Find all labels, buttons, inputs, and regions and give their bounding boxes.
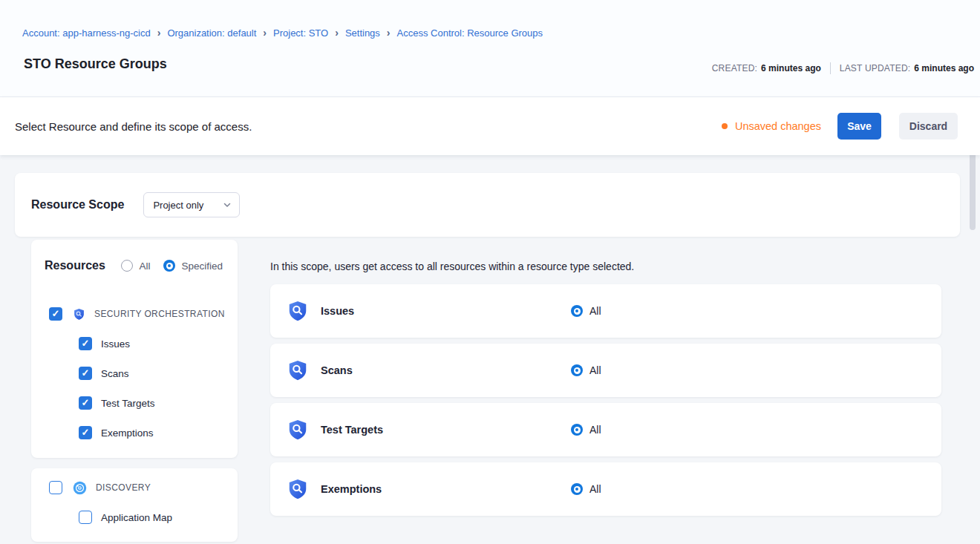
access-radio-all[interactable]: All bbox=[571, 364, 601, 376]
tree-item-exemptions: Exemptions bbox=[79, 425, 154, 440]
sto-shield-magnifier-icon bbox=[287, 419, 309, 441]
checkbox-exemptions[interactable] bbox=[79, 426, 92, 439]
save-button[interactable]: Save bbox=[837, 113, 881, 140]
tree-item-issues: Issues bbox=[79, 336, 130, 351]
breadcrumb-settings[interactable]: Settings bbox=[345, 27, 380, 39]
chevron-down-icon bbox=[223, 200, 232, 209]
chevron-right-icon: › bbox=[263, 27, 267, 38]
resources-panel: Resources All Specified bbox=[31, 240, 238, 458]
breadcrumb-organization[interactable]: Organization: default bbox=[167, 27, 256, 39]
breadcrumb-project[interactable]: Project: STO bbox=[273, 27, 328, 39]
tree-item-label: Application Map bbox=[101, 512, 172, 523]
scope-description: In this scope, users get access to all r… bbox=[270, 260, 634, 272]
toolbar-description: Select Resource and define its scope of … bbox=[15, 120, 252, 133]
resource-row-label: Issues bbox=[321, 305, 354, 317]
sto-shield-magnifier-icon bbox=[287, 300, 309, 322]
resource-scope-dropdown[interactable]: Project only bbox=[143, 192, 240, 217]
last-updated-label: LAST UPDATED: bbox=[840, 63, 911, 73]
checkbox-application-map[interactable] bbox=[79, 511, 92, 524]
tree-item-scans: Scans bbox=[79, 366, 129, 381]
page-title: STO Resource Groups bbox=[24, 56, 167, 72]
radio-unselected-icon bbox=[121, 260, 133, 272]
created-label: CREATED: bbox=[712, 63, 757, 73]
created-value: 6 minutes ago bbox=[761, 63, 821, 73]
resource-scope-selected: Project only bbox=[153, 200, 203, 211]
last-updated-value: 6 minutes ago bbox=[914, 63, 974, 73]
breadcrumb-access-control[interactable]: Access Control: Resource Groups bbox=[397, 27, 543, 39]
radio-selected-icon bbox=[571, 424, 583, 436]
chevron-right-icon: › bbox=[335, 27, 339, 38]
access-radio-all[interactable]: All bbox=[571, 424, 601, 436]
resource-row-issues: Issues All bbox=[270, 284, 941, 338]
chevron-right-icon: › bbox=[157, 27, 161, 38]
toolbar-actions: Unsaved changes Save Discard bbox=[722, 113, 958, 140]
discovery-radar-icon bbox=[73, 481, 87, 495]
resource-row-exemptions: Exemptions All bbox=[270, 462, 941, 516]
unsaved-changes-label: Unsaved changes bbox=[735, 120, 821, 132]
resource-groups-page: Account: app-harness-ng-cicd › Organizat… bbox=[0, 0, 980, 544]
access-label: All bbox=[589, 364, 601, 376]
divider bbox=[830, 62, 831, 74]
resource-scope-card: Resource Scope Project only bbox=[15, 173, 960, 237]
radio-selected-icon bbox=[571, 305, 583, 317]
tree-item-test-targets: Test Targets bbox=[79, 396, 155, 410]
discovery-panel: DISCOVERY Application Map bbox=[31, 468, 238, 542]
resources-panel-header: Resources All Specified bbox=[31, 240, 238, 272]
access-radio-all[interactable]: All bbox=[571, 305, 601, 317]
resource-row-label: Test Targets bbox=[321, 424, 383, 436]
radio-option-specified[interactable]: Specified bbox=[163, 260, 223, 272]
access-radio-all[interactable]: All bbox=[571, 483, 601, 495]
resource-row-scans: Scans All bbox=[270, 344, 941, 397]
tree-item-label: Scans bbox=[101, 368, 129, 379]
resource-row-test-targets: Test Targets All bbox=[270, 403, 941, 456]
sto-shield-magnifier-icon bbox=[287, 359, 309, 381]
access-label: All bbox=[589, 424, 601, 436]
unsaved-dot-icon bbox=[722, 123, 728, 129]
radio-selected-icon bbox=[571, 483, 583, 495]
resources-mode-radios: All Specified bbox=[121, 260, 223, 272]
checkbox-scans[interactable] bbox=[79, 367, 92, 380]
access-label: All bbox=[589, 305, 601, 317]
radio-selected-icon bbox=[163, 260, 175, 272]
resources-title: Resources bbox=[45, 259, 105, 272]
resource-row-label: Exemptions bbox=[321, 483, 382, 495]
group-security-orchestration: SECURITY ORCHESTRATION bbox=[49, 307, 225, 321]
radio-specified-label: Specified bbox=[181, 260, 223, 272]
tree-item-application-map: Application Map bbox=[79, 510, 172, 525]
radio-option-all[interactable]: All bbox=[121, 260, 150, 272]
tree-item-label: Test Targets bbox=[101, 398, 155, 409]
tree-item-label: Issues bbox=[101, 338, 130, 350]
checkbox-issues[interactable] bbox=[79, 337, 92, 350]
group-discovery: DISCOVERY bbox=[49, 480, 151, 495]
resource-row-label: Scans bbox=[321, 364, 353, 376]
chevron-right-icon: › bbox=[387, 27, 391, 38]
checkbox-test-targets[interactable] bbox=[79, 396, 92, 410]
sto-shield-magnifier-icon bbox=[287, 478, 309, 500]
radio-selected-icon bbox=[571, 364, 583, 376]
breadcrumb: Account: app-harness-ng-cicd › Organizat… bbox=[22, 27, 543, 39]
action-toolbar: Select Resource and define its scope of … bbox=[0, 97, 980, 155]
tree-item-label: Exemptions bbox=[101, 427, 154, 439]
discard-button[interactable]: Discard bbox=[899, 113, 958, 140]
sto-shield-magnifier-icon bbox=[73, 308, 85, 321]
group-label: DISCOVERY bbox=[96, 482, 151, 493]
unsaved-changes-indicator: Unsaved changes bbox=[722, 120, 821, 132]
checkbox-discovery[interactable] bbox=[49, 481, 62, 494]
breadcrumb-account[interactable]: Account: app-harness-ng-cicd bbox=[22, 27, 151, 39]
resource-scope-label: Resource Scope bbox=[31, 198, 124, 212]
group-label: SECURITY ORCHESTRATION bbox=[94, 309, 225, 319]
access-label: All bbox=[589, 483, 601, 495]
checkbox-security-orchestration[interactable] bbox=[49, 307, 62, 321]
page-header: Account: app-harness-ng-cicd › Organizat… bbox=[0, 0, 980, 97]
radio-all-label: All bbox=[139, 260, 150, 272]
timestamps: CREATED: 6 minutes ago LAST UPDATED: 6 m… bbox=[712, 62, 974, 74]
